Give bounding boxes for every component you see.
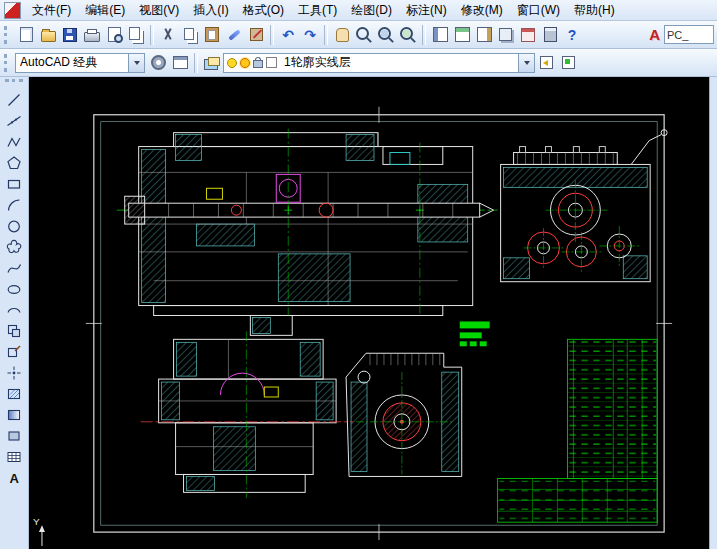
point-tool[interactable] [2,362,26,383]
toolbar-separator [270,25,274,45]
scissors-icon [161,28,175,41]
menu-insert[interactable]: 插入(I) [186,0,235,20]
multiline-text-tool[interactable]: A [2,467,26,488]
gradient-tool[interactable] [2,404,26,425]
pan-button[interactable] [331,24,353,46]
arc-tool[interactable] [2,194,26,215]
zoom-realtime-button[interactable] [353,24,375,46]
view-end-boss [346,353,462,476]
main-area: A [0,77,717,549]
insert-block-tool[interactable] [2,320,26,341]
chevron-down-icon [134,61,140,65]
paste-button[interactable] [201,24,223,46]
printer-icon [84,32,100,42]
make-block-tool[interactable] [2,341,26,362]
region-icon [6,428,22,444]
layer-lock-icon[interactable] [253,60,263,68]
copy-button[interactable] [179,24,201,46]
gradient-icon [6,407,22,423]
plot-preview-button[interactable] [103,24,125,46]
toolbar-grip[interactable] [5,79,23,87]
polyline-tool[interactable] [2,131,26,152]
menu-dimension[interactable]: 标注(N) [399,0,454,20]
save-button[interactable] [59,24,81,46]
customize-ui-button[interactable] [169,52,191,74]
markup-set-manager-button[interactable] [517,24,539,46]
menu-draw[interactable]: 绘图(D) [344,0,399,20]
polygon-icon [6,155,22,171]
redo-arrow-icon: ↷ [304,28,316,42]
properties-button[interactable] [429,24,451,46]
infocenter-search-input[interactable] [664,25,714,44]
spline-tool[interactable] [2,257,26,278]
table-tool[interactable] [2,446,26,467]
menu-tools[interactable]: 工具(T) [291,0,344,20]
zoom-window-button[interactable] [375,24,397,46]
quickcalc-button[interactable] [539,24,561,46]
open-folder-icon [41,31,56,42]
publish-icon [129,27,140,40]
sheet-set-manager-button[interactable] [495,24,517,46]
match-properties-button[interactable] [223,24,245,46]
hatch-tool[interactable] [2,383,26,404]
layer-dropdown-button[interactable] [518,54,534,72]
construction-line-tool[interactable] [2,110,26,131]
clipboard-icon [205,27,219,42]
table-icon [6,449,22,465]
designcenter-button[interactable] [451,24,473,46]
tool-palettes-button[interactable] [473,24,495,46]
layer-previous-button[interactable] [535,52,557,74]
markup-set-icon [521,28,535,42]
insert-block-icon [6,323,22,339]
line-icon [6,92,22,108]
properties-palette-icon [433,27,448,42]
block-editor-button[interactable] [245,24,267,46]
zoom-previous-button[interactable] [397,24,419,46]
menu-format[interactable]: 格式(O) [236,0,291,20]
layer-color-swatch[interactable] [266,57,277,68]
cut-button[interactable] [157,24,179,46]
publish-button[interactable] [125,24,147,46]
plot-button[interactable] [81,24,103,46]
circle-tool[interactable] [2,215,26,236]
menu-edit[interactable]: 编辑(E) [78,0,132,20]
layer-thaw-sun-icon[interactable] [240,58,250,68]
undo-button[interactable]: ↶ [277,24,299,46]
gear-icon [151,55,166,70]
menu-view[interactable]: 视图(V) [132,0,186,20]
block-editor-icon [250,28,263,41]
menu-modify[interactable]: 修改(M) [454,0,510,20]
ellipse-arc-tool[interactable] [2,299,26,320]
layer-combobox[interactable]: 1轮廓实线层 [223,53,535,73]
revision-cloud-icon [6,239,22,255]
ellipse-tool[interactable] [2,278,26,299]
workspace-combobox[interactable]: AutoCAD 经典 [15,53,145,73]
polygon-tool[interactable] [2,152,26,173]
rectangle-tool[interactable] [2,173,26,194]
toolbar-grip[interactable] [4,26,12,44]
chevron-down-icon [524,61,530,65]
layer-properties-manager-button[interactable] [201,52,223,74]
menu-help[interactable]: 帮助(H) [567,0,622,20]
workspace-dropdown-button[interactable] [128,54,144,72]
help-button[interactable]: ? [561,24,583,46]
redo-button[interactable]: ↷ [299,24,321,46]
line-tool[interactable] [2,89,26,110]
toolbar-separator [422,25,426,45]
layer-on-bulb-icon[interactable] [227,58,237,68]
qnew-button[interactable] [15,24,37,46]
menu-window[interactable]: 窗口(W) [510,0,567,20]
new-file-icon [20,27,33,42]
autocad-app-icon[interactable] [4,2,21,19]
workspace-settings-button[interactable] [147,52,169,74]
open-button[interactable] [37,24,59,46]
menu-file[interactable]: 文件(F) [25,0,78,20]
toolbar-grip[interactable] [4,54,12,72]
layer-states-button[interactable] [557,52,579,74]
parts-list-table [567,339,657,478]
polyline-icon [6,134,22,150]
view-apron-section [141,331,353,498]
region-tool[interactable] [2,425,26,446]
revision-cloud-tool[interactable] [2,236,26,257]
drawing-canvas[interactable]: Y [29,77,709,549]
